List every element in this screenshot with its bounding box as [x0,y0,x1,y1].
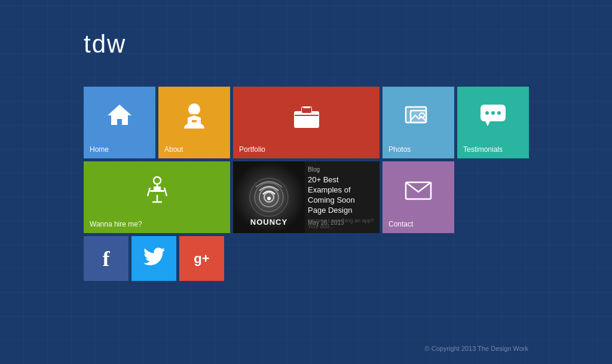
svg-point-18 [154,177,161,184]
tile-portfolio-label: Portfolio [239,145,265,154]
tile-home-label: Home [90,145,109,154]
tile-contact-label: Contact [388,220,413,228]
svg-point-1 [188,103,200,115]
about-icon [182,102,207,131]
svg-rect-7 [303,107,310,108]
portfolio-icon [292,102,322,131]
svg-point-15 [491,111,495,115]
twitter-icon [143,247,165,270]
testimonials-icon [479,103,507,130]
svg-rect-3 [295,112,319,127]
facebook-icon: f [103,246,110,271]
social-facebook[interactable]: f [84,236,128,281]
blog-bottom: nouncy: Launching an app? Your doo... [308,218,380,230]
tiles-row-2: Wanna hire me? [84,161,529,233]
home-icon [106,102,133,131]
svg-point-16 [497,111,501,115]
tiles-container: Home About [84,87,529,281]
blog-title: 20+ Best Examples of Coming Soon Page De… [308,175,375,216]
tile-contact[interactable]: Contact [382,161,454,233]
svg-line-24 [164,188,167,196]
hire-icon [144,176,170,207]
logo: tdw [84,30,126,59]
svg-point-14 [485,111,489,115]
blog-thumbnail: NOUNCY [233,161,305,233]
googleplus-icon: g+ [194,251,209,267]
tile-blog[interactable]: NOUNCY Blog 20+ Best Examples of Coming … [233,161,380,233]
svg-rect-20 [150,190,164,192]
tile-about[interactable]: About [158,87,230,158]
tiles-row-1: Home About [84,87,529,158]
tile-photos-label: Photos [388,145,411,154]
svg-line-23 [148,188,150,196]
photos-icon [405,105,432,129]
tile-hire-label: Wanna hire me? [90,220,142,228]
tile-testimonials-label: Testimonials [463,145,503,154]
tile-about-label: About [164,145,183,154]
blog-content: Blog 20+ Best Examples of Coming Soon Pa… [308,166,375,226]
social-twitter[interactable] [131,236,176,281]
blog-category: Blog [308,166,375,173]
social-googleplus[interactable]: g+ [179,236,224,281]
svg-point-31 [267,197,271,200]
tile-home[interactable]: Home [84,87,155,158]
copyright: © Copyright 2013 The Design Work [425,345,528,352]
svg-marker-0 [108,105,131,125]
nouncy-logo: NOUNCY [250,218,287,227]
svg-marker-17 [485,121,490,126]
contact-icon [405,180,432,203]
tile-photos[interactable]: Photos [382,87,454,158]
tile-testimonials[interactable]: Testimonials [457,87,529,158]
social-row: f g+ [84,236,529,281]
tile-hire[interactable]: Wanna hire me? [84,161,230,233]
tile-portfolio[interactable]: Portfolio [233,87,380,158]
